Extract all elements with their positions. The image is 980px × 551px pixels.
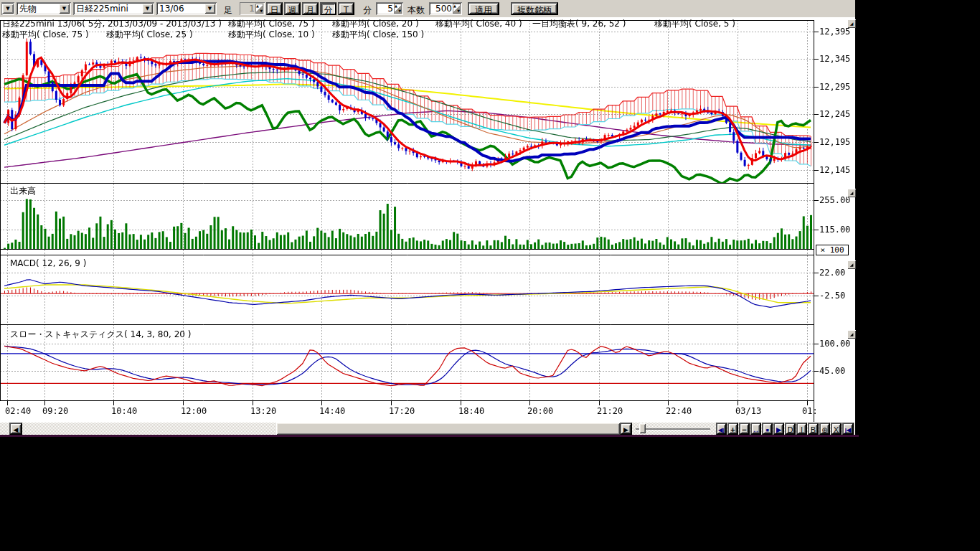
stoch-axis-menu-button[interactable]: ◢ [847,330,856,339]
macd-panel-label: MACD( 12, 26, 9 ) [10,258,86,268]
period-day-button[interactable]: 日 [266,2,283,15]
zoom-out-button[interactable]: − [739,423,750,435]
bar-count-spinner[interactable]: 500 ▲▼ [429,2,462,15]
price-tick-label: 12,245 [819,109,850,119]
symbol-value: 日経225mini [76,4,141,14]
period-tick-button[interactable]: T [338,2,354,15]
step-left-button[interactable]: ◀| [716,423,727,435]
scroll-left-button[interactable]: ◀ [9,423,22,435]
contract-month-value: 13/06 [159,4,204,14]
price-tick-label: 12,295 [819,82,850,92]
bottom-scrollbar-row: ◀ ▶ ◀| + − ↔ ■ ▶ D I B ⊕ X |◀ [0,423,855,435]
apply-button[interactable]: 適用 [468,2,499,15]
chart-canvas[interactable] [0,20,855,422]
legend-ma40: 移動平均( Close, 40 ) [435,18,522,30]
bar-count-label: 本数 [407,4,425,17]
multi-symbol-button[interactable]: 複数銘柄 [511,2,558,15]
time-tick-label: 20:00 [527,406,553,416]
time-tick-label: 14:40 [319,406,345,416]
chevron-down-icon[interactable]: ▼ [59,4,70,14]
minute-value: 5 [377,4,393,14]
macd-axis-menu-button[interactable]: ◢ [847,260,856,269]
spinner-updown-icon: ▲▼ [255,4,263,14]
category-combobox[interactable]: 先物 ▼ [17,2,71,15]
spinner-updown-icon[interactable]: ▲▼ [453,4,461,14]
legend-ma150: 移動平均( Close, 150 ) [332,29,424,41]
macd-tick-label: -2.50 [819,291,845,301]
price-axis-menu-button[interactable]: ◢ [847,19,856,28]
legend-ma5: 移動平均( Close, 5 ) [654,18,735,30]
stoch-tick-label: 100.00 [819,339,850,349]
volume-tick-label: 115.00 [819,225,850,235]
price-tick-label: 12,345 [819,54,850,64]
scroll-right-button[interactable]: ▶ [620,423,632,435]
zoom-in-button[interactable]: + [727,423,738,435]
trading-app-window: ▼ 先物 ▼ 日経225mini ▼ 13/06 ▼ 足 1 ▲▼ 日 週 月 … [0,0,855,435]
macd-tick-label: 22.00 [819,268,845,278]
time-tick-label: 13:20 [250,406,276,416]
chevron-down-icon[interactable]: ▼ [142,4,153,14]
close-chart-button[interactable]: X [831,423,842,435]
bar-interval-value: 1 [241,4,255,14]
bar-mode-button[interactable]: B [808,423,819,435]
time-tick-label: 22:40 [666,406,692,416]
intraday-mode-button[interactable]: I [796,423,807,435]
daily-mode-button[interactable]: D [785,423,796,435]
time-tick-label: 03/13 [735,406,761,416]
stoch-panel-label: スロー・ストキャスティクス( 14, 3, 80, 20 ) [10,329,191,341]
category-value: 先物 [19,4,58,14]
time-tick-label: 18:40 [458,406,484,416]
volume-multiplier-box: × 100 [816,245,849,255]
legend-ichimoku: 一目均衡表( 9, 26, 52 ) [532,18,626,30]
zoom-slider-track[interactable] [636,428,710,430]
period-minute-button[interactable]: 分 [320,2,336,15]
arrow-left-icon: ◀ [14,426,19,433]
chevron-down-icon[interactable]: ▼ [204,4,215,14]
bar-interval-spinner: 1 ▲▼ [240,2,265,15]
period-month-button[interactable]: 月 [302,2,319,15]
magnify-button[interactable]: ⊕ [819,423,830,435]
zoom-slider-thumb[interactable] [639,423,646,433]
price-tick-label: 12,145 [819,165,850,175]
bar-type-label: 足 [224,4,232,17]
time-tick-label: 09:20 [42,406,68,416]
time-tick-label: 17:20 [389,406,415,416]
time-axis: 02:40 09:20 10:40 12:00 13:20 14:40 17:2… [0,406,818,417]
bar-count-value: 500 [430,4,452,14]
price-tick-label: 12,195 [819,137,850,147]
chart-style-dropdown[interactable]: ▼ [1,2,14,15]
legend-ma10: 移動平均( Close, 10 ) [228,29,315,41]
window-bottom-edge [0,435,859,437]
toolbar: ▼ 先物 ▼ 日経225mini ▼ 13/06 ▼ 足 1 ▲▼ 日 週 月 … [0,0,855,17]
goto-end-button[interactable]: |◀ [842,423,854,435]
play-button[interactable]: ▶ [773,423,784,435]
symbol-combobox[interactable]: 日経225mini ▼ [73,2,154,15]
period-week-button[interactable]: 週 [284,2,301,15]
chevron-down-icon[interactable]: ▼ [2,4,14,14]
contract-month-combobox[interactable]: 13/06 ▼ [156,2,217,15]
volume-axis-menu-button[interactable]: ◢ [847,189,856,197]
legend-ma75b: 移動平均( Close, 75 ) [2,29,89,41]
spinner-updown-icon[interactable]: ▲▼ [394,4,402,14]
minute-spinner[interactable]: 5 ▲▼ [376,2,403,15]
time-tick-label: 02:40 [5,406,31,416]
volume-tick-label: 255.00 [819,195,850,205]
time-tick-label: 01: [802,406,818,416]
fit-width-button[interactable]: ↔ [750,423,761,435]
legend-ma25: 移動平均( Close, 25 ) [106,29,193,41]
screen: ▼ 先物 ▼ 日経225mini ▼ 13/06 ▼ 足 1 ▲▼ 日 週 月 … [0,0,980,551]
scrollbar-thumb[interactable] [276,423,620,435]
stop-button[interactable]: ■ [762,423,773,435]
time-tick-label: 21:20 [597,406,623,416]
minute-label: 分 [363,4,372,17]
time-tick-label: 12:00 [181,406,207,416]
volume-panel-label: 出来高 [10,185,36,197]
stoch-tick-label: 45.00 [819,366,845,376]
arrow-right-icon: ▶ [623,426,628,433]
time-tick-label: 10:40 [111,406,137,416]
price-tick-label: 12,395 [819,27,850,37]
